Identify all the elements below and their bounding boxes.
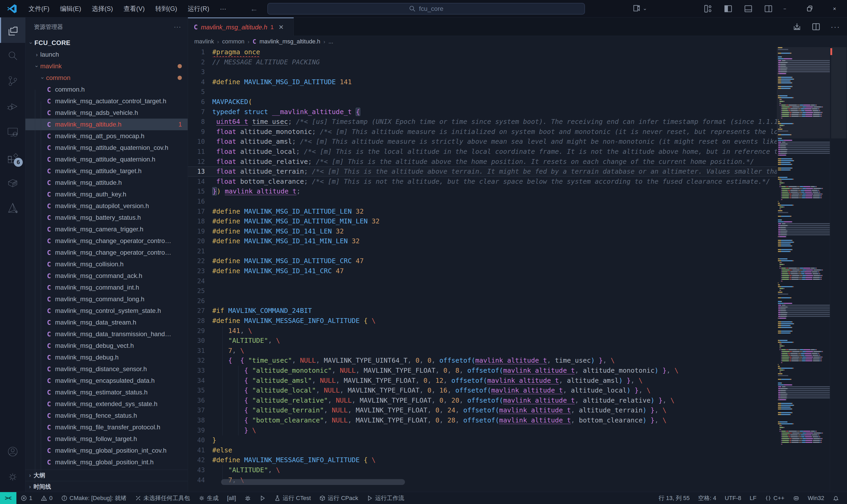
horizontal-scrollbar[interactable] bbox=[221, 479, 405, 485]
activity-remote-explorer-icon[interactable] bbox=[0, 119, 25, 145]
remote-indicator[interactable]: >< bbox=[0, 492, 16, 504]
file-item-mavlink-msg-camera-trigger-h[interactable]: Cmavlink_msg_camera_trigger.h bbox=[25, 223, 188, 235]
file-item-mavlink-msg-fence-status-h[interactable]: Cmavlink_msg_fence_status.h bbox=[25, 410, 188, 421]
editor-more-actions-icon[interactable]: ··· bbox=[831, 22, 840, 31]
code-line-34[interactable]: 34 { "altitude_amsl", NULL, MAVLINK_TYPE… bbox=[188, 376, 777, 386]
toggle-panel-icon[interactable] bbox=[744, 4, 753, 13]
code-line-24[interactable]: 24 bbox=[188, 276, 777, 286]
code-line-8[interactable]: 8 uint64_t time_usec; /*< [us] Timestamp… bbox=[188, 117, 777, 127]
code-line-30[interactable]: 30 "ALTITUDE", \ bbox=[188, 336, 777, 346]
breadcrumb-item[interactable]: mavlink_msg_altitude.h bbox=[259, 38, 320, 45]
file-item-mavlink-msg-battery-status-h[interactable]: Cmavlink_msg_battery_status.h bbox=[25, 212, 188, 223]
file-item-mavlink-msg-change-operator-control-h[interactable]: Cmavlink_msg_change_operator_control.h bbox=[25, 247, 188, 258]
status-item-left-10-play-icon[interactable]: 运行工作流 bbox=[362, 492, 409, 504]
folder-item-fcu_core[interactable]: ›FCU_CORE bbox=[25, 37, 188, 49]
customize-layout-icon[interactable] bbox=[704, 4, 713, 13]
sidebar-more-icon[interactable]: ··· bbox=[174, 23, 181, 31]
status-item-left-8-beaker-icon[interactable]: 运行 CTest bbox=[270, 492, 315, 504]
code-line-23[interactable]: 23#define MAVLINK_MSG_ID_141_CRC 47 bbox=[188, 266, 777, 276]
toggle-primary-sidebar-icon[interactable] bbox=[724, 4, 733, 13]
file-item-mavlink-msg-adsb-vehicle-h[interactable]: Cmavlink_msg_adsb_vehicle.h bbox=[25, 107, 188, 119]
code-line-14[interactable]: 14 float bottom_clearance; /*< [m] This … bbox=[188, 177, 777, 186]
code-line-2[interactable]: 2// MESSAGE ALTITUDE PACKING bbox=[188, 57, 777, 67]
file-item-mavlink-msg-extended-sys-state-h[interactable]: Cmavlink_msg_extended_sys_state.h bbox=[25, 398, 188, 410]
code-line-9[interactable]: 9 float altitude_monotonic; /*< [m] This… bbox=[188, 127, 777, 137]
menu-item-1[interactable]: 编辑(E) bbox=[55, 0, 87, 17]
status-item-left-4-gear-icon[interactable]: 生成 bbox=[194, 492, 223, 504]
split-editor-icon[interactable] bbox=[812, 22, 821, 31]
file-item-common-h[interactable]: Ccommon.h bbox=[25, 84, 188, 95]
status-item-left-5[interactable]: [all] bbox=[223, 492, 240, 504]
menu-item-6[interactable]: ··· bbox=[215, 0, 232, 17]
file-item-mavlink-msg-collision-h[interactable]: Cmavlink_msg_collision.h bbox=[25, 258, 188, 270]
restore-button[interactable] bbox=[797, 0, 822, 17]
breadcrumb-item[interactable]: ... bbox=[328, 38, 333, 45]
vertical-scrollbar[interactable] bbox=[831, 47, 846, 139]
code-line-1[interactable]: 1#pragma once bbox=[188, 47, 777, 57]
code-line-29[interactable]: 29 141, \ bbox=[188, 326, 777, 336]
code-line-16[interactable]: 16 bbox=[188, 196, 777, 206]
code-line-35[interactable]: 35 { "altitude_local", NULL, MAVLINK_TYP… bbox=[188, 385, 777, 395]
file-item-mavlink-msg-control-system-state-h[interactable]: Cmavlink_msg_control_system_state.h bbox=[25, 305, 188, 317]
code-line-11[interactable]: 11 float altitude_local; /*< [m] This is… bbox=[188, 147, 777, 157]
file-item-mavlink-msg-debug-vect-h[interactable]: Cmavlink_msg_debug_vect.h bbox=[25, 340, 188, 352]
menu-item-4[interactable]: 转到(G) bbox=[150, 0, 183, 17]
activity-explorer-icon[interactable] bbox=[0, 17, 25, 43]
file-item-mavlink-msg-autopilot-version-h[interactable]: Cmavlink_msg_autopilot_version.h bbox=[25, 200, 188, 212]
breadcrumb-item[interactable]: common bbox=[222, 38, 244, 45]
code-line-31[interactable]: 31 7, \ bbox=[188, 346, 777, 356]
status-item-right-3[interactable]: LF bbox=[745, 495, 761, 502]
code-line-12[interactable]: 12 float altitude_relative; /*< [m] This… bbox=[188, 157, 777, 167]
status-item-right-4-braces-icon[interactable]: C++ bbox=[761, 495, 789, 502]
file-item-mavlink-msg-estimator-status-h[interactable]: Cmavlink_msg_estimator_status.h bbox=[25, 386, 188, 398]
command-center-search[interactable]: fcu_core bbox=[267, 3, 585, 15]
code-line-22[interactable]: 22#define MAVLINK_MSG_ID_ALTITUDE_CRC 47 bbox=[188, 256, 777, 266]
menu-item-5[interactable]: 运行(R) bbox=[182, 0, 214, 17]
folder-item-common[interactable]: ›common bbox=[25, 72, 188, 84]
file-item-mavlink-msg-data-stream-h[interactable]: Cmavlink_msg_data_stream.h bbox=[25, 317, 188, 328]
file-item-mavlink-msg-command-ack-h[interactable]: Cmavlink_msg_command_ack.h bbox=[25, 270, 188, 282]
activity-account-icon[interactable] bbox=[0, 439, 25, 464]
activity-run-debug-icon[interactable] bbox=[0, 94, 25, 119]
code-line-4[interactable]: 4#define MAVLINK_MSG_ID_ALTITUDE 141 bbox=[188, 77, 777, 87]
file-item-mavlink-msg-global-position-int-h[interactable]: Cmavlink_msg_global_position_int.h bbox=[25, 456, 188, 468]
status-item-left-2-info-icon[interactable]: CMake: [Debug]: 就绪 bbox=[57, 492, 131, 504]
status-item-left-3-tools-icon[interactable]: 未选择任何工具包 bbox=[131, 492, 194, 504]
timeline-section[interactable]: ›时间线 bbox=[25, 481, 188, 492]
minimize-button[interactable]: – bbox=[772, 0, 797, 17]
status-item-right-0[interactable]: 行 13, 列 55 bbox=[654, 494, 694, 502]
menu-item-0[interactable]: 文件(F) bbox=[23, 0, 55, 17]
activity-search-icon[interactable] bbox=[0, 43, 25, 68]
file-item-mavlink-msg-follow-target-h[interactable]: Cmavlink_msg_follow_target.h bbox=[25, 433, 188, 445]
file-item-mavlink-msg-actuator-control-target-h[interactable]: Cmavlink_msg_actuator_control_target.h bbox=[25, 95, 188, 107]
code-line-41[interactable]: 41#else bbox=[188, 445, 777, 455]
chat-layout-button[interactable]: ⌄ bbox=[632, 4, 647, 13]
code-line-21[interactable]: 21 bbox=[188, 246, 777, 256]
code-line-37[interactable]: 37 { "altitude_terrain", NULL, MAVLINK_T… bbox=[188, 405, 777, 415]
status-item-left-7-play-icon[interactable] bbox=[255, 492, 270, 504]
file-item-mavlink-msg-file-transfer-protocol-h[interactable]: Cmavlink_msg_file_transfer_protocol.h bbox=[25, 421, 188, 433]
code-line-7[interactable]: 7typedef struct __mavlink_altitude_t { bbox=[188, 107, 777, 117]
code-line-5[interactable]: 5 bbox=[188, 87, 777, 97]
status-item-right-6[interactable]: Win32 bbox=[804, 495, 828, 502]
code-line-33[interactable]: 33 { "altitude_monotonic", NULL, MAVLINK… bbox=[188, 365, 777, 376]
status-item-right-5-copilot-icon[interactable] bbox=[789, 495, 804, 501]
status-item-left-9-package-icon[interactable]: 运行 CPack bbox=[315, 492, 362, 504]
activity-container-icon[interactable] bbox=[0, 170, 25, 195]
code-line-28[interactable]: 28#define MAVLINK_MESSAGE_INFO_ALTITUDE … bbox=[188, 316, 777, 326]
code-line-19[interactable]: 19#define MAVLINK_MSG_ID_141_LEN 32 bbox=[188, 226, 777, 236]
file-item-mavlink-msg-altitude-h[interactable]: Cmavlink_msg_altitude.h1 bbox=[25, 119, 188, 130]
menu-item-3[interactable]: 查看(V) bbox=[118, 0, 150, 17]
outline-section[interactable]: ›大纲 bbox=[25, 470, 188, 481]
minimap-slider[interactable] bbox=[777, 47, 830, 139]
code-line-39[interactable]: 39 } \ bbox=[188, 426, 777, 435]
folder-item-launch[interactable]: ›launch bbox=[25, 49, 188, 60]
code-editor[interactable]: 1#pragma once2// MESSAGE ALTITUDE PACKIN… bbox=[188, 47, 777, 492]
file-item-mavlink-msg-encapsulated-data-h[interactable]: Cmavlink_msg_encapsulated_data.h bbox=[25, 375, 188, 386]
code-line-17[interactable]: 17#define MAVLINK_MSG_ID_ALTITUDE_LEN 32 bbox=[188, 206, 777, 217]
status-item-right-2[interactable]: UTF-8 bbox=[720, 495, 745, 502]
menu-item-2[interactable]: 选择(S) bbox=[87, 0, 118, 17]
run-task-icon[interactable] bbox=[792, 22, 801, 31]
status-item-left-0-error-icon[interactable]: 1 bbox=[16, 492, 37, 504]
status-item-right-1[interactable]: 空格: 4 bbox=[694, 494, 720, 502]
